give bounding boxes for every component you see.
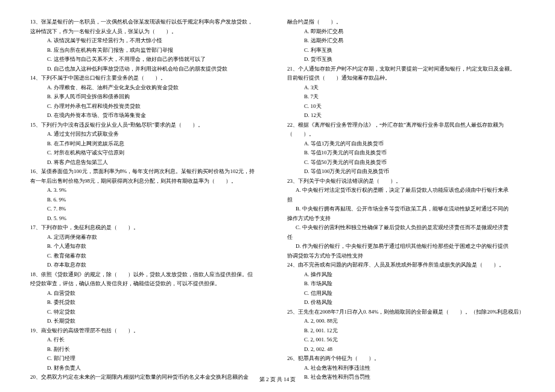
text-line: C. 利率互换	[287, 46, 525, 55]
text-line: A. 3. 9%	[30, 186, 268, 195]
text-line: C. 中央银行的营利性和独立性确保了最后贷款人负担的是宏观经济责任而不是微观经济…	[287, 224, 525, 232]
text-line: 14、下列不属于中国进出口银行主要业务的是（ ）。	[30, 74, 268, 83]
text-line: 23、下列关于中央银行说法错误的是（ ）。	[287, 177, 525, 186]
text-line: B. 7天	[287, 93, 525, 101]
text-line: D. 财务负责人	[30, 364, 268, 373]
text-line: A. 自营贷款	[30, 289, 268, 298]
text-line: D. 作为银行的银行，中央银行更加易于通过组织其他银行给那些处于困难之中的银行提…	[287, 242, 525, 251]
text-line: 16、某债券面值为100元，票面利率为8%，每年支付两次利息。某银行购买时价格为…	[30, 168, 268, 176]
text-line: 24、由不完善或有问题的内部程序、人员及系统或外部事件所造成损失的风险是（ ）。	[287, 261, 525, 270]
text-line: B. 中央银行拥有再贴现、公开市场业务等货币政策工具，能够在流动性缺乏时通过不同…	[287, 205, 525, 213]
text-line: 担	[287, 196, 525, 204]
text-line: 操作方式给予支持	[287, 215, 525, 223]
text-line: 17、下列存款中，免征利息税的是（ ）。	[30, 224, 268, 232]
text-line: 协调贷款等方式给予流动性支持	[287, 252, 525, 261]
text-line: 22、根据《离岸银行业务管理办法》，“外汇存款”离岸银行业务非居民自然人最低存款…	[287, 121, 525, 130]
text-line: B. 应当向所在机构有关部门报告，或向监管部门举报	[30, 46, 268, 55]
text-line: A. 2, 000. 88元	[287, 317, 525, 326]
text-line: A. 操作风险	[287, 271, 525, 279]
text-line: C. 办理对外承包工程和境外投资类贷款	[30, 103, 268, 111]
text-line: C. 7. 8%	[30, 205, 268, 213]
text-line: B. 远期外汇交易	[287, 37, 525, 45]
text-line: 13、张某是银行的一名职员，一次偶然机会张某发现该银行以低于规定利率向客户发放贷…	[30, 18, 268, 27]
text-line: B. 等值10万美元的可自由兑换货币	[287, 149, 525, 157]
text-line: 这种情况下，作为一名银行业从业人员，张某认为（ ）。	[30, 28, 268, 36]
text-line: A. 该情况属于银行正常经营行为，不用大惊小怪	[30, 37, 268, 45]
text-line: D. 存本取息存款	[30, 261, 268, 270]
text-line: D. 5. 9%	[30, 215, 268, 223]
text-line: B. 委托贷款	[30, 299, 268, 307]
text-line: B. 个人通知存款	[30, 242, 268, 251]
text-line: 25、王先生在2008年7月1日存入0. 84%，则他能取回的全部金额是（ ）。…	[287, 308, 525, 317]
text-line: C. 对所在机构格守诚实守信原则	[30, 149, 268, 157]
text-line: A. 定活两便储蓄存款	[30, 233, 268, 242]
text-line: 15、下列行为中没有违反银行业从业人员“勤勉尽职”要求的是（ ）。	[30, 121, 268, 130]
text-line: D. 将客户信息告知第三人	[30, 159, 268, 167]
text-line: B. 从事人民币同业拆借和债券回购	[30, 93, 268, 101]
text-line: C. 信用风险	[287, 289, 525, 298]
text-line: B. 市场风险	[287, 280, 525, 288]
left-column: 13、张某是银行的一名职员，一次偶然机会张某发现该银行以低于规定利率向客户发放贷…	[30, 18, 268, 368]
text-line: C. 10天	[287, 103, 525, 111]
text-line: C. 教育储蓄存款	[30, 252, 268, 261]
text-line: D. 等值100万美元的可自由兑换货币	[287, 168, 525, 176]
text-line: A. 办理粮食、棉花、油料产业化龙头企业收购资金贷款	[30, 84, 268, 92]
text-line: D. 自己也加入这种低利率放贷活动，并利用这种机会给自己的朋友提供贷款	[30, 65, 268, 74]
text-line: A. 行长	[30, 336, 268, 344]
text-line: 21、个人通知存款开户时不约定存期，支取时只要提前一定时间通知银行，约定支取日及…	[287, 65, 525, 74]
text-line: 有一年后出售时价格为98元，期间获得两次利息分配，则其持有期收益率为（ ）。	[30, 177, 268, 186]
text-line: 经贷款审查，评估，确认借款人资信良好，确能偿还贷款的，可以不提供担保。	[30, 280, 268, 288]
text-line: 18、依照《贷款通则》的规定，除（ ）以外，贷款人发放贷款，借款人应当提供担保。…	[30, 271, 268, 279]
text-line: D. 2, 002. 48	[287, 346, 525, 354]
text-line: C. 部门经理	[30, 355, 268, 363]
two-column-layout: 13、张某是银行的一名职员，一次偶然机会张某发现该银行以低于规定利率向客户发放贷…	[30, 18, 525, 368]
text-line: C. 等值50万美元的可自由兑换货币	[287, 159, 525, 167]
text-line: D. 12天	[287, 112, 525, 120]
text-line: 目前银行提供（ ）通知储蓄存款品种。	[287, 74, 525, 83]
right-column: 融合约是指（ ）。A. 即期外汇交易B. 远期外汇交易C. 利率互换D. 货币互…	[287, 18, 525, 368]
text-line: A. 3天	[287, 84, 525, 92]
text-line: A. 即期外汇交易	[287, 28, 525, 36]
text-line: A. 等值1万美元的可自由兑换货币	[287, 140, 525, 148]
text-line: D. 在境内外资本市场、货币市场筹集资金	[30, 112, 268, 120]
text-line: A. 社会危害性和刑事违法性	[287, 364, 525, 373]
text-line: B. 副行长	[30, 346, 268, 354]
text-line: B. 在工作时间上网浏览娱乐花息	[30, 140, 268, 148]
text-line: （ ）。	[287, 130, 525, 139]
text-line: 26、犯罪具有的两个特征为（ ）。	[287, 355, 525, 363]
text-line: D. 长期贷款	[30, 317, 268, 326]
text-line: C. 2, 001. 56元	[287, 336, 525, 344]
text-line: D. 货币互换	[287, 55, 525, 64]
text-line: B. 6. 9%	[30, 196, 268, 204]
text-line: 任	[287, 233, 525, 242]
text-line: 融合约是指（ ）。	[287, 18, 525, 27]
text-line: C. 这些事情与自己关系不大，不用理会，做好自己的事情就可以了	[30, 55, 268, 64]
text-line: 19、商业银行的高级管理层不包括（ ）。	[30, 327, 268, 335]
text-line: A. 中央银行对法定货币发行权的垄断，决定了最后贷款人功能应该也必须由中行银行来…	[287, 186, 525, 195]
text-line: B. 2, 001. 12元	[287, 327, 525, 335]
text-line: C. 特定贷款	[30, 308, 268, 317]
page-footer: 第 2 页 共 14 页	[0, 376, 555, 384]
text-line: A. 通过支付回扣方式获取业务	[30, 130, 268, 139]
text-line: D. 价格风险	[287, 299, 525, 307]
